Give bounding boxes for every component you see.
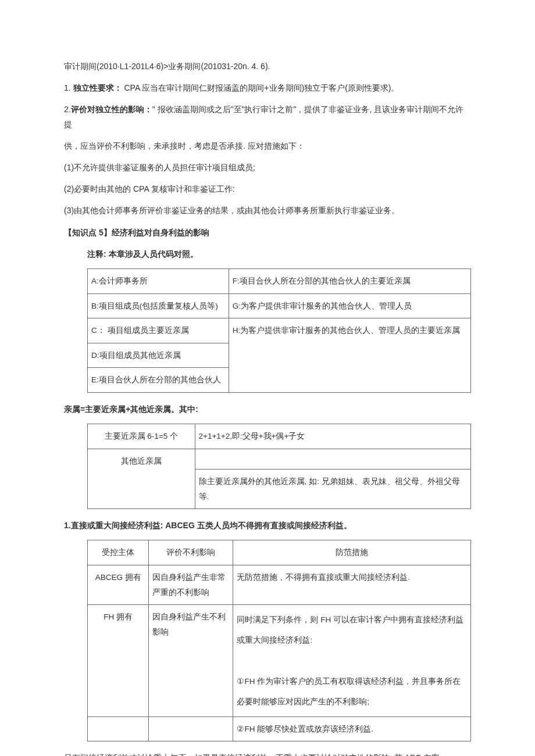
cell-empty-2 [149, 716, 233, 741]
cell-code-a: A:会计师事务所 [88, 268, 229, 293]
cell-fh-impact: 因自身利益产生不利影响 [149, 605, 233, 716]
cell-code-h: H:为客户提供非审计服务的其他合伙人、管理人员的主要近亲属 [229, 318, 470, 393]
note-code-mapping: 注释: 本章涉及人员代码对照。 [87, 247, 471, 261]
para-measure-2: (2)必要时由其他的 CPA 复核审计和非鉴证工作: [64, 182, 471, 196]
knowledge-point-heading: 【知识点 5】经济利益对自身利益的影响 [64, 225, 471, 240]
cell-code-b: B:项目组成员(包括质量复核人员等) [88, 293, 229, 318]
para-measure-3: (3)由其他会计师事务所评价非鉴证业务的结果，或由其他会计师事务所重新执行非鉴证… [64, 203, 471, 218]
cell-other-relatives-value: 除主要近亲属外的其他近亲属, 如: 兄弟姐妹、表兄妹、祖父母、外祖父母等. [195, 469, 470, 508]
para-independence-req: 1. 独立性要求： CPA 应当在审计期间仁财报涵盖的期间+业务期间)独立于客户… [64, 81, 471, 95]
table-relatives: 主要近亲属 6-1=5 个 2+1+1+2,即:父母+我+偶+子女 其他近亲属 … [87, 424, 471, 509]
cell-code-g: G:为客户提供非审计服务的其他合伙人、管理人员 [229, 293, 470, 318]
table-person-codes: A:会计师事务所 F:项目合伙人所在分部的其他合伙人的主要近亲属 B:项目组成员… [87, 268, 471, 393]
cell-main-relatives-label: 主要近亲属 6-1=5 个 [88, 424, 195, 449]
table-economic-interest: 受控主体 评价不利影响 防范措施 ABCEG 拥有 因自身利益产生非常严重的不利… [87, 540, 471, 741]
para-indirect-discussion-1: 只有间接经济利益才讨论重大与否，如果是直接经济利益，不重大也要讨论对独立性的影响… [64, 751, 471, 756]
cell-code-e: E:项目合伙人所在分部的其他合伙人 [88, 368, 229, 393]
cell-code-c: C： 项目组成员主要近亲属 [88, 318, 229, 343]
header-subject: 受控主体 [88, 540, 149, 565]
para-audit-period: 审计期间(2010·L1-201L4·6)>业务期间(201031-20n. 4… [64, 59, 471, 74]
cell-empty-1 [88, 716, 149, 741]
section-1-heading: 1.直接或重大间接经济利益: ABCEG 五类人员均不得拥有直接或间接经济利益。 [64, 518, 471, 533]
cell-other-relatives-blank [195, 449, 470, 469]
cell-main-relatives-value: 2+1+1+2,即:父母+我+偶+子女 [195, 424, 470, 449]
para-measure-1: (1)不允许提供非鉴证服务的人员担任审计项目组成员; [64, 160, 471, 175]
cell-abceg-impact: 因自身利益产生非常严重的不利影响 [149, 565, 233, 605]
cell-code-d: D:项目组成员其他近亲属 [88, 343, 229, 368]
cell-code-f: F:项目合伙人所在分部的其他合伙人的主要近亲属 [229, 268, 470, 293]
cell-abceg-own: ABCEG 拥有 [88, 565, 149, 605]
header-impact: 评价不利影响 [149, 540, 233, 565]
para-impact-eval-1: 2.评价对独立性的影响：" 报收涵盖期间或之后"至"执行审计之前"，提供了非鉴证… [64, 102, 471, 131]
cell-fh-measure-1: 同时满足下列条件，则 FH 可以在审计客户中拥有直接经济利益或重大间接经济利益:… [233, 605, 471, 716]
cell-abceg-measure: 无防范措施，不得拥有直接或重大间接经济利益. [233, 565, 471, 605]
cell-other-relatives-label: 其他近亲属 [88, 449, 195, 508]
relatives-intro: 亲属=主要近亲属+其他近亲属。其中: [64, 402, 471, 417]
cell-fh-measure-2: ②FH 能够尽快处置或放弃该经济利益. [233, 716, 471, 741]
cell-fh-own: FH 拥有 [88, 605, 149, 716]
para-impact-eval-2: 供，应当评价不利影响，未承接时，考虑是否承接. 应对措施如下： [64, 139, 471, 153]
header-measures: 防范措施 [233, 540, 471, 565]
